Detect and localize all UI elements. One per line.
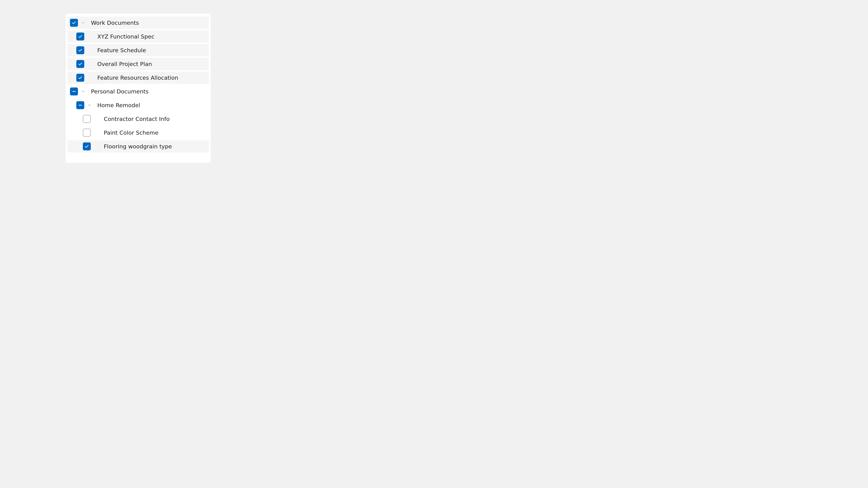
tree-item-feature-schedule[interactable]: Feature Schedule (67, 44, 209, 56)
checkbox-feature-schedule[interactable] (76, 46, 84, 54)
tree-item-label: Feature Resources Allocation (97, 75, 178, 80)
check-icon (78, 48, 83, 53)
tree-item-label: Home Remodel (97, 102, 140, 108)
tree-item-label: XYZ Functional Spec (97, 34, 154, 39)
tree-item-work-documents[interactable]: Work Documents (67, 17, 209, 29)
checkbox-flooring-woodgrain-type[interactable] (83, 142, 91, 151)
tree-item-xyz-functional-spec[interactable]: XYZ Functional Spec (67, 30, 209, 43)
check-icon (78, 61, 83, 66)
tree-item-label: Work Documents (91, 20, 139, 26)
tree-item-label: Feature Schedule (97, 47, 146, 53)
checkbox-contractor-contact-info[interactable] (83, 115, 91, 123)
tree-item-label: Overall Project Plan (97, 61, 152, 67)
checkbox-work-documents[interactable] (70, 19, 78, 27)
tree-item-contractor-contact-info[interactable]: Contractor Contact Info (67, 113, 209, 125)
checkbox-overall-project-plan[interactable] (76, 60, 84, 68)
checkbox-feature-resources-allocation[interactable] (76, 74, 84, 82)
checkbox-personal-documents[interactable] (70, 88, 78, 95)
indeterminate-icon (78, 103, 83, 108)
tree-panel: Work Documents XYZ Functional Spec Featu… (66, 13, 211, 163)
checkbox-paint-color-scheme[interactable] (83, 129, 91, 137)
tree-item-label: Contractor Contact Info (104, 116, 169, 122)
checkbox-xyz-functional-spec[interactable] (76, 33, 84, 40)
check-icon (78, 34, 83, 39)
checkbox-home-remodel[interactable] (76, 101, 84, 109)
tree-item-label: Flooring woodgrain type (104, 144, 172, 149)
check-icon (78, 75, 83, 80)
tree-item-overall-project-plan[interactable]: Overall Project Plan (67, 58, 209, 70)
chevron-down-icon[interactable] (88, 103, 92, 107)
tree-item-label: Paint Color Scheme (104, 130, 158, 135)
check-icon (71, 20, 76, 25)
tree-item-feature-resources-allocation[interactable]: Feature Resources Allocation (67, 72, 209, 84)
tree-item-paint-color-scheme[interactable]: Paint Color Scheme (67, 127, 209, 139)
chevron-down-icon[interactable] (81, 90, 85, 93)
chevron-down-icon[interactable] (81, 21, 85, 25)
tree-item-flooring-woodgrain-type[interactable]: Flooring woodgrain type (67, 140, 209, 153)
tree-item-home-remodel[interactable]: Home Remodel (67, 99, 209, 111)
indeterminate-icon (71, 89, 76, 94)
check-icon (84, 144, 89, 149)
tree-item-personal-documents[interactable]: Personal Documents (67, 85, 209, 98)
tree-item-label: Personal Documents (91, 89, 149, 94)
